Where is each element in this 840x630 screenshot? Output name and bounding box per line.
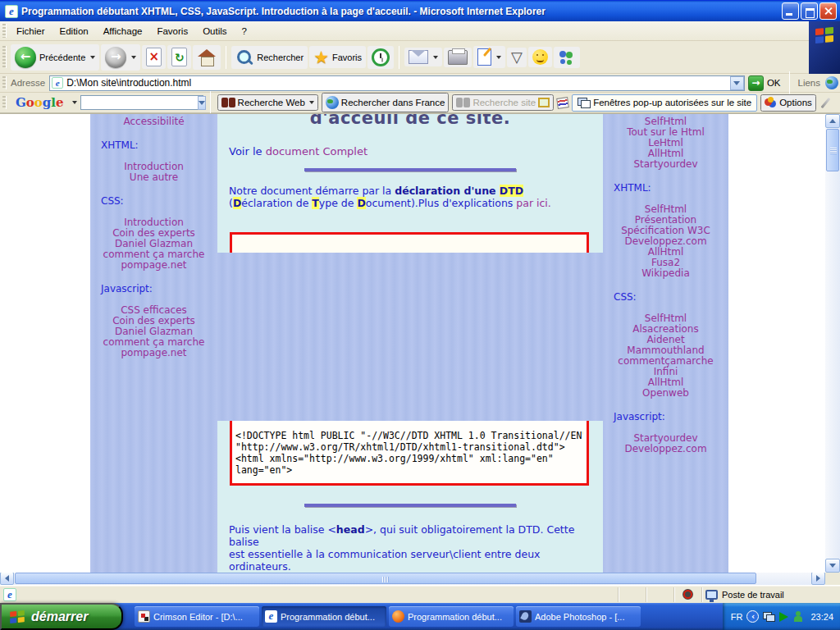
highlighter-pen-icon[interactable]: [820, 97, 830, 107]
favorites-button[interactable]: ★ Favoris: [309, 46, 366, 68]
content-bottom-section: <!DOCTYPE html PUBLIC "-//W3C//DTD XHTML…: [217, 421, 603, 573]
menu-item[interactable]: Affichage: [96, 23, 150, 39]
close-button[interactable]: [819, 2, 837, 20]
edit-dropdown-icon[interactable]: [496, 56, 501, 59]
google-web-search-button[interactable]: Recherche Web: [217, 94, 318, 111]
network-icon[interactable]: [763, 612, 775, 622]
taskbar-task-button[interactable]: Crimson Editor - [D:\...: [135, 606, 259, 627]
taskbar-task-button[interactable]: Programmation début...: [389, 606, 514, 627]
page-area: AccessibilitéXHTML:IntroductionUne autre…: [0, 114, 825, 573]
address-dropdown-button[interactable]: [730, 76, 744, 90]
google-search-france-button[interactable]: Rechercher dans France: [322, 93, 450, 112]
page-menu-item[interactable]: pompage.net: [90, 348, 217, 358]
refresh-button[interactable]: ↻: [167, 45, 191, 69]
play-icon[interactable]: [779, 612, 788, 622]
vertical-scroll-thumb[interactable]: [826, 129, 839, 171]
text-run: Puis vient la balise <: [229, 523, 336, 536]
toolbar-grip[interactable]: [2, 76, 7, 89]
chevron-down-icon[interactable]: [309, 101, 314, 104]
content-column: d'acceuil de ce site. Voir le document C…: [217, 114, 603, 573]
menu-item[interactable]: Edition: [52, 23, 96, 39]
taskbar-task-button[interactable]: Programmation début...: [262, 606, 386, 627]
forward-dropdown-icon[interactable]: [131, 56, 136, 59]
edit-button[interactable]: [473, 46, 505, 68]
google-options-button[interactable]: Options: [760, 94, 816, 112]
news-icon[interactable]: [556, 97, 569, 109]
page-menu-item[interactable]: Startyourdev: [603, 159, 728, 170]
links-label[interactable]: Liens: [798, 78, 821, 88]
go-button[interactable]: →: [748, 75, 764, 91]
mail-dropdown-icon[interactable]: [433, 56, 438, 59]
scrollbar-corner: [825, 572, 840, 585]
toolbar-grip[interactable]: [2, 46, 7, 68]
tray-chevron-icon[interactable]: ‹: [746, 610, 759, 623]
back-dropdown-icon[interactable]: [90, 56, 95, 59]
messenger-icon[interactable]: [792, 611, 804, 623]
page-menu-item[interactable]: pompage.net: [90, 260, 217, 271]
scroll-track[interactable]: [14, 572, 811, 585]
google-search-input[interactable]: [81, 97, 198, 108]
menu-item[interactable]: ?: [235, 23, 254, 39]
stop-button[interactable]: ×: [142, 45, 166, 69]
refresh-icon: ↻: [171, 48, 187, 66]
taskbar-task-button[interactable]: Adobe Photoshop - [...: [516, 606, 641, 627]
discuss-button[interactable]: ▽: [507, 48, 527, 67]
scroll-track[interactable]: [825, 172, 840, 559]
address-input[interactable]: [66, 76, 730, 89]
page-menu-item[interactable]: Openweb: [603, 388, 728, 399]
page-menu-item: Javascript:: [90, 284, 217, 294]
google-menu-dropdown-icon[interactable]: [72, 101, 77, 104]
home-button[interactable]: [193, 45, 221, 70]
history-button[interactable]: [368, 46, 394, 69]
page-menu-item[interactable]: Wikipedia: [603, 268, 728, 279]
binoculars-gray-icon: [456, 98, 470, 107]
mail-button[interactable]: [404, 48, 442, 66]
menu-item[interactable]: Favoris: [149, 23, 195, 39]
minimize-button[interactable]: [782, 2, 799, 20]
google-search-field: [80, 95, 203, 110]
task-label: Adobe Photoshop - [...: [535, 612, 637, 622]
windows-messenger-button[interactable]: [554, 47, 580, 68]
language-indicator[interactable]: FR: [731, 612, 743, 622]
toolbar-grip[interactable]: [2, 24, 7, 37]
horizontal-rule: [304, 504, 516, 507]
search-button[interactable]: Rechercher: [231, 46, 308, 69]
page-menu-item: Javascript:: [603, 412, 728, 422]
picture-frame-icon[interactable]: [538, 98, 550, 107]
page-menu-item[interactable]: Developpez.com: [603, 444, 728, 454]
scroll-right-button[interactable]: [811, 572, 825, 585]
page-background-band: AccessibilitéXHTML:IntroductionUne autre…: [90, 114, 728, 573]
back-button[interactable]: ← Précédente: [11, 44, 99, 71]
inline-link[interactable]: document Complet: [266, 145, 368, 158]
doctype-code-box: <!DOCTYPE html PUBLIC "-//W3C//DTD XHTML…: [230, 421, 589, 486]
horizontal-scroll-thumb[interactable]: [15, 573, 756, 584]
forward-button[interactable]: →: [101, 44, 140, 71]
status-pane: [646, 587, 674, 602]
page-menu-item[interactable]: Accessibilité: [90, 116, 217, 127]
google-logo-letter: e: [56, 95, 64, 110]
scroll-up-button[interactable]: [825, 114, 840, 128]
scroll-down-button[interactable]: [825, 559, 840, 573]
restore-button[interactable]: [801, 2, 818, 20]
page-menu-item[interactable]: Une autre: [90, 172, 217, 183]
menu-item[interactable]: Fichier: [9, 23, 52, 39]
toolbar-grip[interactable]: [2, 96, 7, 110]
vertical-scrollbar[interactable]: [825, 114, 840, 573]
menu-item[interactable]: Outils: [195, 23, 234, 39]
code-line: <html xmlns="http://www.w3.org/1999/xhtm…: [235, 453, 583, 464]
scroll-left-button[interactable]: [0, 572, 14, 585]
start-button[interactable]: démarrer: [0, 603, 123, 630]
inline-link[interactable]: par ici.: [516, 197, 551, 209]
yahoo-messenger-button[interactable]: [528, 47, 552, 67]
arrow-left-icon: [5, 575, 9, 582]
desktop-screen: e Programmation débutant XHTML, CSS, Jav…: [0, 0, 840, 630]
popup-blocker-button[interactable]: Fenêtres pop-up autorisées sur le site: [572, 94, 757, 112]
content-top-section: d'acceuil de ce site. Voir le document C…: [217, 114, 603, 253]
windows-logo-throbber: [809, 21, 840, 74]
google-search-dropdown-button[interactable]: [198, 96, 206, 110]
code-line: lang="en">: [235, 464, 583, 476]
status-bar: e Poste de travail: [0, 585, 840, 603]
horizontal-scrollbar[interactable]: [0, 572, 840, 585]
print-button[interactable]: [444, 48, 472, 67]
google-logo[interactable]: Google: [12, 95, 67, 110]
